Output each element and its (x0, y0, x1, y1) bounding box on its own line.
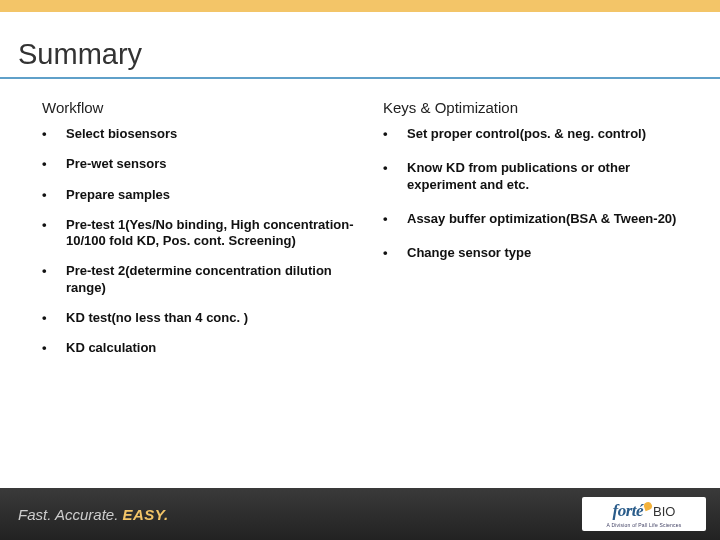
title-container: Summary (0, 38, 720, 79)
list-item: Set proper control(pos. & neg. control) (383, 126, 696, 142)
tagline-word: Fast. (18, 506, 51, 523)
left-heading: Workflow (42, 99, 355, 116)
list-item: Prepare samples (42, 187, 355, 203)
tagline-word: Accurate. (55, 506, 118, 523)
left-column: Workflow Select biosensors Pre-wet senso… (42, 99, 355, 488)
footer-tagline: Fast. Accurate. EASY. (18, 506, 169, 523)
list-item: Change sensor type (383, 245, 696, 261)
leaf-icon (643, 500, 653, 510)
logo-suffix: BIO (653, 504, 675, 519)
list-item: Pre-wet sensors (42, 156, 355, 172)
list-item: Assay buffer optimization(BSA & Tween-20… (383, 211, 696, 227)
logo-main: fortéBIO (613, 501, 676, 521)
list-item: Know KD from publications or other exper… (383, 160, 696, 193)
right-column: Keys & Optimization Set proper control(p… (383, 99, 696, 488)
list-item: Pre-test 1(Yes/No binding, High concentr… (42, 217, 355, 250)
slide-title: Summary (0, 38, 720, 77)
keys-list: Set proper control(pos. & neg. control) … (383, 126, 696, 261)
list-item: Select biosensors (42, 126, 355, 142)
list-item: KD test(no less than 4 conc. ) (42, 310, 355, 326)
logo-subtitle: A Division of Pall Life Sciences (607, 522, 682, 528)
slide: Summary Workflow Select biosensors Pre-w… (0, 0, 720, 540)
content-area: Workflow Select biosensors Pre-wet senso… (0, 79, 720, 488)
tagline-word: EASY. (123, 506, 169, 523)
list-item: KD calculation (42, 340, 355, 356)
brand-logo: fortéBIO A Division of Pall Life Science… (582, 497, 706, 531)
logo-text: forté (613, 501, 644, 521)
workflow-list: Select biosensors Pre-wet sensors Prepar… (42, 126, 355, 356)
footer-bar: Fast. Accurate. EASY. fortéBIO A Divisio… (0, 488, 720, 540)
list-item: Pre-test 2(determine concentration dilut… (42, 263, 355, 296)
right-heading: Keys & Optimization (383, 99, 696, 116)
top-accent-bar (0, 0, 720, 12)
